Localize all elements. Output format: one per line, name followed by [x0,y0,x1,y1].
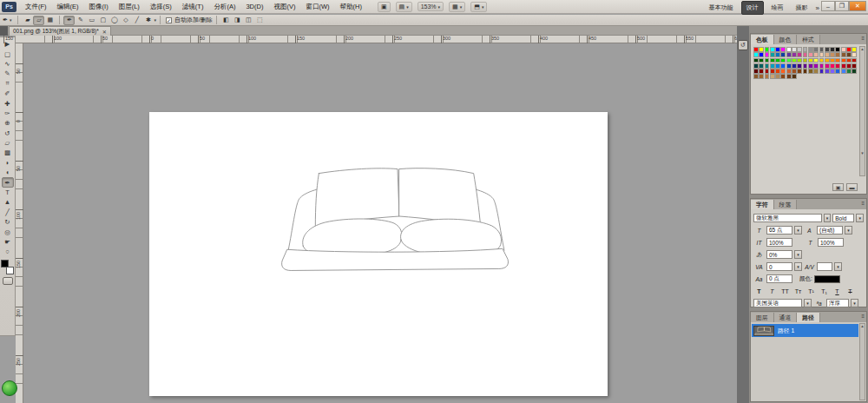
paths-scrollbar[interactable]: ▲ [859,323,865,400]
small-caps-button[interactable]: Tᴛ [792,287,804,296]
color-swatch[interactable] [792,52,797,57]
color-swatch[interactable] [846,52,852,57]
color-swatch[interactable] [808,58,813,63]
type-tool[interactable]: T [2,188,14,197]
exclude-path-area-button[interactable]: ⬚ [254,16,266,25]
vertical-scale-input[interactable]: 100% [766,238,792,247]
color-swatch[interactable] [846,69,852,74]
color-swatch[interactable] [825,63,830,69]
workspace-设计[interactable]: 设计 [741,1,764,15]
shape-layers-button[interactable]: ▰ [22,16,33,25]
history-brush-tool[interactable]: ↺ [2,129,14,138]
subscript-button[interactable]: T₁ [819,287,830,296]
subtract-path-area-button[interactable]: ◨ [232,16,243,25]
swatches-tab-样式[interactable]: 样式 [797,35,820,44]
color-swatch[interactable] [852,63,857,69]
color-swatch[interactable] [753,58,759,63]
tracking-select[interactable]: 0 [766,262,792,271]
workspace-基本功能[interactable]: 基本功能 [705,2,738,14]
color-swatch[interactable] [825,47,830,52]
color-swatch[interactable] [765,52,770,57]
color-swatch[interactable] [753,74,759,79]
lasso-tool[interactable]: ∿ [2,59,14,69]
menu-item-编辑(E)[interactable]: 编辑(E) [52,1,84,13]
color-swatch[interactable] [786,47,792,52]
document-tab[interactable]: 001.png @ 153%(图层 1, RGB/8)* ✕ [9,26,111,36]
checkbox-icon[interactable]: ✓ [166,17,172,23]
color-swatch[interactable] [803,63,808,69]
eyedropper-tool[interactable]: ✐ [2,89,14,98]
add-path-area-button[interactable]: ◧ [220,16,232,25]
rectangle-button[interactable]: ▭ [86,16,97,25]
fill-pixels-button[interactable]: ▦ [44,16,56,25]
menu-item-图层(L)[interactable]: 图层(L) [114,1,145,13]
tsume-select[interactable]: 0% [766,250,792,259]
color-swatch[interactable] [780,58,786,63]
scroll-up-icon[interactable]: ▲ [860,324,864,328]
color-swatch[interactable] [759,52,764,57]
leading-input[interactable]: (自动) [817,226,843,235]
color-swatch[interactable] [825,52,830,57]
rectangular-marquee-tool[interactable]: ▢ [2,49,14,58]
color-swatch[interactable] [835,47,840,52]
color-swatch[interactable] [765,63,770,69]
color-swatch[interactable] [846,58,852,63]
color-swatch[interactable] [792,63,797,69]
color-swatch[interactable] [813,69,819,74]
color-swatch[interactable] [808,47,813,52]
color-swatch[interactable] [780,74,786,79]
color-swatch[interactable] [813,63,819,69]
anti-alias-select[interactable]: 浑厚 [826,299,849,307]
paths-tab-通道[interactable]: 通道 [774,313,798,322]
chevron-down-icon[interactable]: ▾ [154,17,156,23]
color-swatch[interactable] [770,74,775,79]
color-swatch[interactable] [852,52,857,57]
color-swatch[interactable] [835,58,840,63]
document-canvas[interactable] [149,112,608,396]
color-swatch[interactable] [852,69,857,74]
color-swatch[interactable] [792,47,797,52]
color-swatch[interactable] [825,69,830,74]
color-swatch[interactable] [803,69,808,74]
color-swatch[interactable] [759,58,764,63]
close-button[interactable]: ✕ [849,1,866,11]
chevron-down-icon[interactable]: ▾ [845,226,852,235]
chevron-down-icon[interactable]: ▾ [794,262,802,271]
paths-tab-路径[interactable]: 路径 [797,313,820,322]
color-swatch[interactable] [753,52,759,57]
paths-tab-图层[interactable]: 图层 [751,313,774,322]
color-swatch[interactable] [775,47,780,52]
color-swatch[interactable] [770,69,775,74]
color-swatch[interactable] [759,74,764,79]
panel-menu-icon[interactable]: ≡ [861,36,865,41]
crop-tool[interactable]: ⌗ [2,79,14,89]
text-color-swatch[interactable] [814,275,840,283]
color-swatch[interactable] [813,52,819,57]
font-size-input[interactable]: 65 点 [766,226,792,235]
color-swatch[interactable] [841,52,846,57]
color-swatch[interactable] [835,63,840,69]
color-swatch[interactable] [786,52,792,57]
color-swatch[interactable] [786,69,792,74]
3d-rotate-tool[interactable]: ↻ [2,217,14,227]
scroll-up-icon[interactable]: ▲ [860,47,864,51]
background-color-swatch[interactable] [6,267,14,274]
color-swatch[interactable] [808,52,813,57]
panel-menu-icon[interactable]: ≡ [861,201,865,206]
color-swatch[interactable] [841,58,846,63]
color-swatch[interactable] [753,69,759,74]
swatches-tab-颜色[interactable]: 颜色 [774,35,798,44]
menu-item-图像(I)[interactable]: 图像(I) [84,1,114,13]
color-swatch[interactable] [780,47,786,52]
spot-healing-brush-tool[interactable]: ✚ [2,98,14,108]
color-swatch[interactable] [765,47,770,52]
chevron-down-icon[interactable]: ▾ [834,262,842,271]
ellipse-button[interactable]: ◯ [108,16,120,25]
minimize-button[interactable]: – [821,1,835,11]
color-swatch[interactable] [765,74,770,79]
color-swatch[interactable] [819,52,825,57]
menu-item-选择(S)[interactable]: 选择(S) [145,1,177,13]
color-swatch[interactable] [830,58,835,63]
history-panel-icon[interactable]: ↺ [738,40,748,50]
blur-tool[interactable]: ◗ [2,158,14,168]
